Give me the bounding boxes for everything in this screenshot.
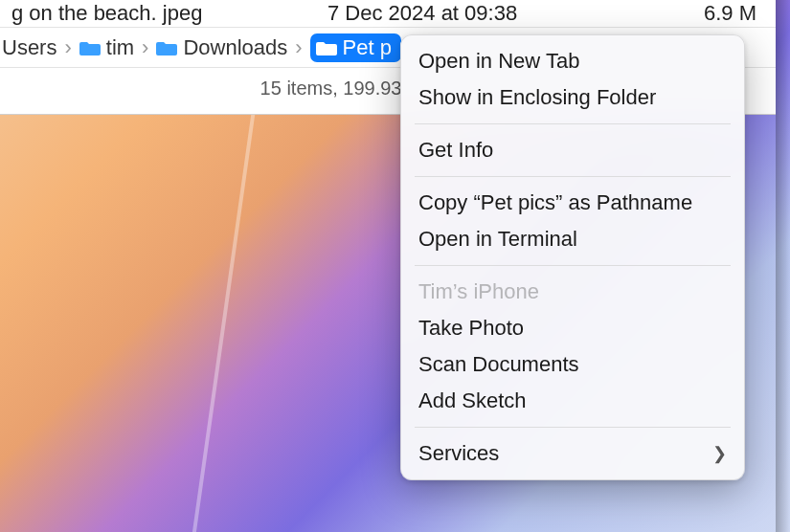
breadcrumb-pet-pics[interactable]: Pet p (310, 33, 401, 62)
menu-open-terminal[interactable]: Open in Terminal (401, 221, 744, 257)
folder-icon (156, 39, 177, 56)
breadcrumb-users[interactable]: Users (2, 35, 56, 60)
menu-add-sketch[interactable]: Add Sketch (401, 383, 744, 419)
breadcrumb-label: Downloads (183, 35, 287, 60)
chevron-right-icon: › (62, 35, 73, 60)
folder-icon (79, 39, 101, 56)
breadcrumb-label: Pet p (343, 35, 392, 60)
menu-copy-pathname[interactable]: Copy “Pet pics” as Pathname (401, 185, 744, 221)
breadcrumb-tim[interactable]: tim (79, 35, 134, 60)
menu-get-info[interactable]: Get Info (401, 132, 744, 168)
file-size: 6.9 M (634, 1, 764, 26)
breadcrumb-label: tim (106, 35, 134, 60)
menu-item-label: Services (418, 441, 499, 466)
menu-separator (415, 176, 731, 177)
menu-separator (415, 427, 731, 428)
menu-device-header: Tim’s iPhone (401, 274, 744, 310)
context-menu: Open in New Tab Show in Enclosing Folder… (400, 34, 745, 480)
menu-scan-documents[interactable]: Scan Documents (401, 346, 744, 383)
menu-item-label: Open in Terminal (418, 227, 577, 252)
menu-item-label: Open in New Tab (418, 49, 579, 74)
menu-separator (415, 265, 731, 266)
breadcrumb-downloads[interactable]: Downloads (156, 35, 287, 60)
file-date: 7 Dec 2024 at 09:38 (327, 1, 634, 26)
menu-open-new-tab[interactable]: Open in New Tab (401, 43, 744, 79)
menu-item-label: Show in Enclosing Folder (418, 85, 656, 110)
folder-icon (316, 39, 337, 56)
file-name: g on the beach. jpeg (11, 1, 327, 26)
menu-item-label: Tim’s iPhone (418, 279, 539, 304)
menu-services[interactable]: Services ❯ (401, 435, 744, 472)
menu-item-label: Scan Documents (418, 352, 579, 377)
window-shadow (776, 0, 790, 532)
chevron-right-icon: ❯ (712, 443, 727, 464)
menu-item-label: Get Info (418, 138, 493, 163)
breadcrumb-label: Users (2, 35, 56, 60)
file-list-row[interactable]: g on the beach. jpeg 7 Dec 2024 at 09:38… (0, 0, 776, 27)
menu-take-photo[interactable]: Take Photo (401, 310, 744, 346)
menu-show-enclosing[interactable]: Show in Enclosing Folder (401, 79, 744, 116)
chevron-right-icon: › (293, 35, 304, 60)
menu-separator (415, 123, 731, 124)
chevron-right-icon: › (140, 35, 150, 60)
menu-item-label: Take Photo (418, 316, 524, 341)
menu-item-label: Copy “Pet pics” as Pathname (418, 190, 692, 215)
menu-item-label: Add Sketch (418, 388, 527, 413)
